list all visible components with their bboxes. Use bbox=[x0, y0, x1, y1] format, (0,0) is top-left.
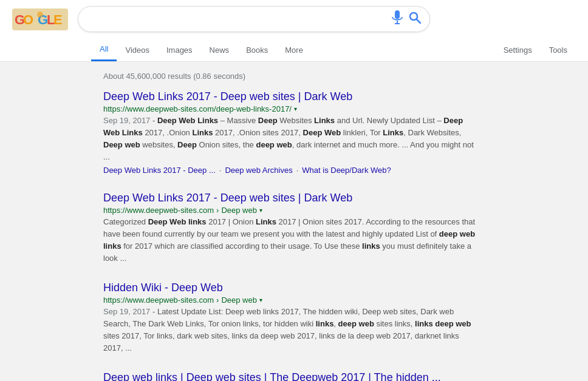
result-url-row: https://www.deepweb-sites.com › Deep web… bbox=[103, 206, 480, 215]
result-item: Hidden Wiki - Deep Web https://www.deepw… bbox=[103, 282, 480, 354]
microphone-icon[interactable] bbox=[392, 10, 403, 28]
search-input[interactable]: link deep web bbox=[87, 14, 392, 25]
header: G O G L E link deep web bbox=[0, 0, 588, 62]
nav-item-more[interactable]: More bbox=[276, 39, 312, 61]
sitelink[interactable]: Deep web Archives bbox=[225, 166, 292, 175]
nav-item-books[interactable]: Books bbox=[238, 39, 276, 61]
result-url-row: https://www.deepweb-sites.com/deep-web-l… bbox=[103, 104, 480, 113]
result-url: https://www.deepweb-sites.com/deep-web-l… bbox=[103, 104, 292, 113]
result-snippet: Categorized Deep Web links 2017 | Onion … bbox=[103, 216, 480, 265]
result-url-row: https://www.deepweb-sites.com › Deep web… bbox=[103, 295, 480, 305]
result-dropdown-arrow[interactable]: ▾ bbox=[259, 297, 262, 303]
result-title[interactable]: Deep Web Links 2017 - Deep web sites | D… bbox=[103, 192, 480, 204]
sitelink[interactable]: What is Deep/Dark Web? bbox=[302, 166, 391, 175]
result-sitelinks: Deep Web Links 2017 - Deep ... · Deep we… bbox=[103, 166, 480, 175]
search-icons bbox=[392, 10, 421, 28]
search-results-main: About 45,600,000 results (0.86 seconds) … bbox=[0, 62, 583, 381]
result-dropdown-arrow[interactable]: ▾ bbox=[294, 106, 297, 112]
nav-right: Settings Tools bbox=[495, 39, 576, 61]
result-url-path: › bbox=[216, 206, 219, 215]
results-count: About 45,600,000 results (0.86 seconds) bbox=[103, 68, 583, 90]
result-url: https://www.deepweb-sites.com bbox=[103, 295, 214, 305]
result-date: Sep 19, 2017 bbox=[103, 307, 150, 316]
result-item: Deep Web Links 2017 - Deep web sites | D… bbox=[103, 90, 480, 175]
sitelink[interactable]: Deep Web Links 2017 - Deep ... bbox=[103, 166, 216, 175]
result-item: Deep Web Links 2017 - Deep web sites | D… bbox=[103, 192, 480, 265]
result-snippet: Sep 19, 2017 - Latest Update List: Deep … bbox=[103, 306, 480, 354]
search-nav: All Videos Images News Books More Settin… bbox=[12, 38, 576, 61]
google-logo[interactable]: G O G L E bbox=[12, 8, 68, 30]
result-snippet: Sep 19, 2017 - Deep Web Links – Massive … bbox=[103, 115, 480, 163]
nav-item-tools[interactable]: Tools bbox=[541, 39, 576, 61]
header-top: G O G L E link deep web bbox=[12, 6, 576, 38]
result-url-path: › bbox=[216, 295, 219, 305]
search-button[interactable] bbox=[409, 12, 421, 27]
result-dropdown-arrow[interactable]: ▾ bbox=[259, 207, 262, 214]
svg-text:E: E bbox=[53, 12, 63, 27]
result-url: https://www.deepweb-sites.com bbox=[103, 206, 214, 215]
search-bar: link deep web bbox=[78, 6, 430, 32]
svg-rect-7 bbox=[395, 10, 400, 19]
nav-item-videos[interactable]: Videos bbox=[117, 39, 158, 61]
result-title[interactable]: Deep Web Links 2017 - Deep web sites | D… bbox=[103, 90, 480, 103]
result-url-subpath: Deep web bbox=[221, 295, 257, 305]
result-url-subpath: Deep web bbox=[221, 206, 257, 215]
nav-item-news[interactable]: News bbox=[201, 39, 238, 61]
nav-item-settings[interactable]: Settings bbox=[495, 39, 541, 61]
svg-line-11 bbox=[417, 19, 420, 23]
svg-point-6 bbox=[37, 12, 43, 18]
svg-text:O: O bbox=[23, 12, 33, 27]
result-item: Deep web links | Deep web sites | The De… bbox=[103, 371, 480, 381]
result-title[interactable]: Deep web links | Deep web sites | The De… bbox=[103, 371, 480, 381]
nav-item-images[interactable]: Images bbox=[158, 39, 201, 61]
result-title[interactable]: Hidden Wiki - Deep Web bbox=[103, 282, 480, 294]
result-date: Sep 19, 2017 bbox=[103, 116, 150, 125]
nav-item-all[interactable]: All bbox=[91, 38, 117, 61]
